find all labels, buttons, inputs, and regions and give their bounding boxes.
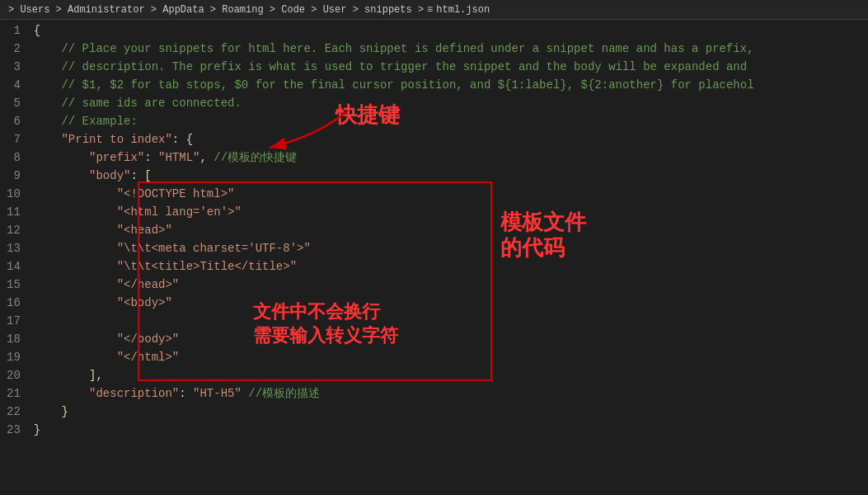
ln-19: 19 bbox=[7, 348, 21, 366]
line-numbers: 1 2 3 4 5 6 7 8 9 10 11 12 13 14 15 16 1… bbox=[0, 20, 30, 495]
ln-21: 21 bbox=[7, 384, 21, 403]
ln-20: 20 bbox=[7, 366, 21, 384]
code-line-21: "description": "HT-H5" //模板的描述 bbox=[34, 384, 868, 403]
ln-11: 11 bbox=[7, 203, 21, 221]
ln-22: 22 bbox=[7, 403, 21, 421]
ln-17: 17 bbox=[7, 312, 21, 330]
ln-1: 1 bbox=[7, 21, 21, 40]
ln-14: 14 bbox=[7, 257, 21, 276]
code-line-13: "\t\t<meta charset='UTF-8'>" bbox=[34, 239, 868, 257]
file-name: html.json bbox=[436, 4, 490, 16]
ln-18: 18 bbox=[7, 330, 21, 348]
ln-10: 10 bbox=[7, 185, 21, 203]
ln-16: 16 bbox=[7, 294, 21, 312]
code-line-20: ], bbox=[34, 366, 868, 384]
ln-7: 7 bbox=[7, 130, 21, 148]
breadcrumb: > Users > Administrator > AppData > Roam… bbox=[0, 0, 868, 20]
ln-9: 9 bbox=[7, 167, 21, 185]
file-icon: ≡ bbox=[427, 4, 433, 16]
code-line-17 bbox=[34, 312, 868, 330]
ln-2: 2 bbox=[7, 40, 21, 58]
code-content: { // Place your snippets for html here. … bbox=[30, 20, 868, 495]
ln-3: 3 bbox=[7, 58, 21, 76]
ln-15: 15 bbox=[7, 276, 21, 294]
ln-5: 5 bbox=[7, 94, 21, 112]
ln-8: 8 bbox=[7, 148, 21, 167]
code-line-23: } bbox=[34, 421, 868, 439]
code-line-22: } bbox=[34, 403, 868, 421]
ln-23: 23 bbox=[7, 421, 21, 439]
code-line-9: "body": [ bbox=[34, 167, 868, 185]
breadcrumb-parts: > Users > Administrator > AppData > Roam… bbox=[8, 4, 424, 16]
code-line-12: "<head>" bbox=[34, 221, 868, 239]
editor-area: 1 2 3 4 5 6 7 8 9 10 11 12 13 14 15 16 1… bbox=[0, 20, 868, 495]
ln-6: 6 bbox=[7, 112, 21, 130]
code-line-6: // Example: bbox=[34, 112, 868, 130]
code-line-3: // description. The prefix is what is us… bbox=[34, 58, 868, 76]
code-line-1: { bbox=[34, 21, 868, 40]
code-line-14: "\t\t<title>Title</title>" bbox=[34, 257, 868, 276]
code-line-10: "<!DOCTYPE html>" bbox=[34, 185, 868, 203]
ln-12: 12 bbox=[7, 221, 21, 239]
code-line-4: // $1, $2 for tab stops, $0 for the fina… bbox=[34, 76, 868, 94]
code-line-2: // Place your snippets for html here. Ea… bbox=[34, 40, 868, 58]
code-line-7: "Print to index": { bbox=[34, 130, 868, 148]
code-line-15: "</head>" bbox=[34, 276, 868, 294]
code-line-18: "</body>" bbox=[34, 330, 868, 348]
code-line-19: "</html>" bbox=[34, 348, 868, 366]
ln-13: 13 bbox=[7, 239, 21, 257]
code-line-8: "prefix": "HTML", //模板的快捷键 bbox=[34, 148, 868, 167]
code-line-16: "<body>" bbox=[34, 294, 868, 312]
ln-4: 4 bbox=[7, 76, 21, 94]
code-line-11: "<html lang='en'>" bbox=[34, 203, 868, 221]
code-line-5: // same ids are connected. bbox=[34, 94, 868, 112]
